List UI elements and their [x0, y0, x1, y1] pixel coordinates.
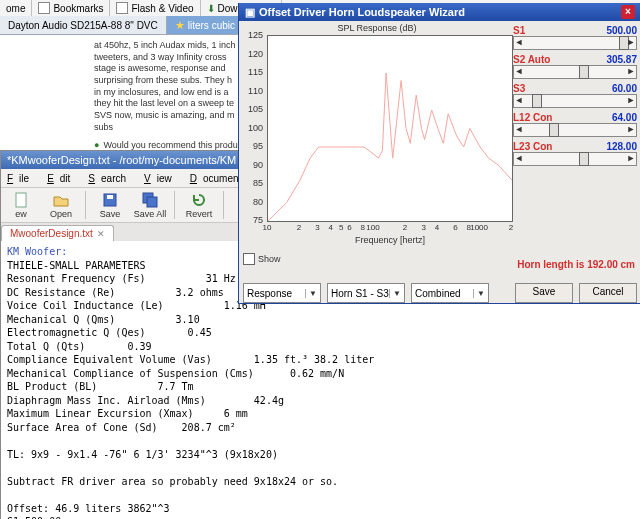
- x-axis-label: Frequency [hertz]: [267, 235, 513, 245]
- chevron-left-icon[interactable]: ◄: [514, 66, 524, 76]
- tb-open[interactable]: Open: [41, 192, 81, 219]
- slider-track[interactable]: ◄►: [513, 65, 637, 79]
- tb-revert[interactable]: Revert: [179, 192, 219, 219]
- chevron-right-icon[interactable]: ►: [626, 95, 636, 105]
- slider-track[interactable]: ◄►: [513, 152, 637, 166]
- show-checkbox[interactable]: Show: [243, 253, 281, 265]
- slider-track[interactable]: ◄►: [513, 123, 637, 137]
- menu-search[interactable]: Search: [82, 173, 138, 184]
- combo-combined[interactable]: Combined▼: [411, 283, 489, 303]
- chevron-right-icon[interactable]: ►: [626, 153, 636, 163]
- tb-save[interactable]: Save: [90, 192, 130, 219]
- browser-tab-0[interactable]: Dayton Audio SD215A-88 8" DVC: [0, 16, 167, 34]
- gedit-doc-tab[interactable]: MwooferDesign.txt✕: [1, 225, 114, 241]
- svg-rect-2: [107, 195, 113, 199]
- slider-s3: S360.00◄►: [513, 83, 637, 108]
- checkbox-icon[interactable]: [243, 253, 255, 265]
- chart-title: SPL Response (dB): [243, 23, 511, 35]
- browser-tb-flash[interactable]: Flash & Video: [110, 0, 200, 16]
- close-button[interactable]: ×: [621, 5, 635, 19]
- menu-edit[interactable]: Edit: [41, 173, 82, 184]
- save-button[interactable]: Save: [515, 283, 573, 303]
- chevron-right-icon[interactable]: ►: [626, 37, 636, 47]
- horn-length-label: Horn length is 192.00 cm: [517, 259, 635, 270]
- bookmark-icon: [38, 2, 50, 14]
- slider-panel: S1500.00◄►S2 Auto305.87◄►S360.00◄►L12 Co…: [513, 25, 637, 166]
- spl-chart: [267, 35, 513, 222]
- slider-thumb[interactable]: [549, 123, 559, 137]
- chart-container: SPL Response (dB) 7580859095100105110115…: [243, 23, 511, 251]
- slider-l12-con: L12 Con64.00◄►: [513, 112, 637, 137]
- chevron-left-icon[interactable]: ◄: [514, 153, 524, 163]
- chevron-left-icon[interactable]: ◄: [514, 124, 524, 134]
- bullet-icon: ●: [94, 140, 99, 150]
- wizard-titlebar[interactable]: ▣ Offset Driver Horn Loudspeaker Wizard …: [239, 3, 640, 21]
- slider-l23-con: L23 Con128.00◄►: [513, 141, 637, 166]
- browser-tb-bookmarks[interactable]: Bookmarks: [32, 0, 110, 16]
- svg-rect-0: [16, 193, 26, 207]
- chevron-right-icon[interactable]: ►: [626, 66, 636, 76]
- slider-thumb[interactable]: [532, 94, 542, 108]
- chevron-down-icon: ▼: [473, 289, 485, 298]
- cancel-button[interactable]: Cancel: [579, 283, 637, 303]
- chevron-down-icon: ▼: [305, 289, 317, 298]
- tb-new[interactable]: ew: [1, 192, 41, 219]
- slider-track[interactable]: ◄►: [513, 94, 637, 108]
- slider-thumb[interactable]: [579, 65, 589, 79]
- slider-s2-auto: S2 Auto305.87◄►: [513, 54, 637, 79]
- app-icon: ▣: [245, 6, 255, 19]
- wizard-window: ▣ Offset Driver Horn Loudspeaker Wizard …: [238, 3, 640, 304]
- slider-s1: S1500.00◄►: [513, 25, 637, 50]
- chevron-down-icon: ▼: [389, 289, 401, 298]
- slider-track[interactable]: ◄►: [513, 36, 637, 50]
- wizard-bottom-bar: Response▼ Horn S1 - S3▼ Combined▼ Save C…: [243, 281, 637, 305]
- combo-response[interactable]: Response▼: [243, 283, 321, 303]
- slider-thumb[interactable]: [579, 152, 589, 166]
- flash-icon: [116, 2, 128, 14]
- menu-file[interactable]: File: [1, 173, 41, 184]
- chevron-left-icon[interactable]: ◄: [514, 37, 524, 47]
- star-icon: ★: [175, 19, 185, 32]
- tb-saveall[interactable]: Save All: [130, 192, 170, 219]
- combo-horn[interactable]: Horn S1 - S3▼: [327, 283, 405, 303]
- close-icon[interactable]: ✕: [97, 229, 105, 239]
- menu-view[interactable]: View: [138, 173, 184, 184]
- chevron-left-icon[interactable]: ◄: [514, 95, 524, 105]
- chevron-right-icon[interactable]: ►: [626, 124, 636, 134]
- svg-rect-4: [147, 197, 157, 207]
- browser-tb-home[interactable]: ome: [0, 0, 32, 16]
